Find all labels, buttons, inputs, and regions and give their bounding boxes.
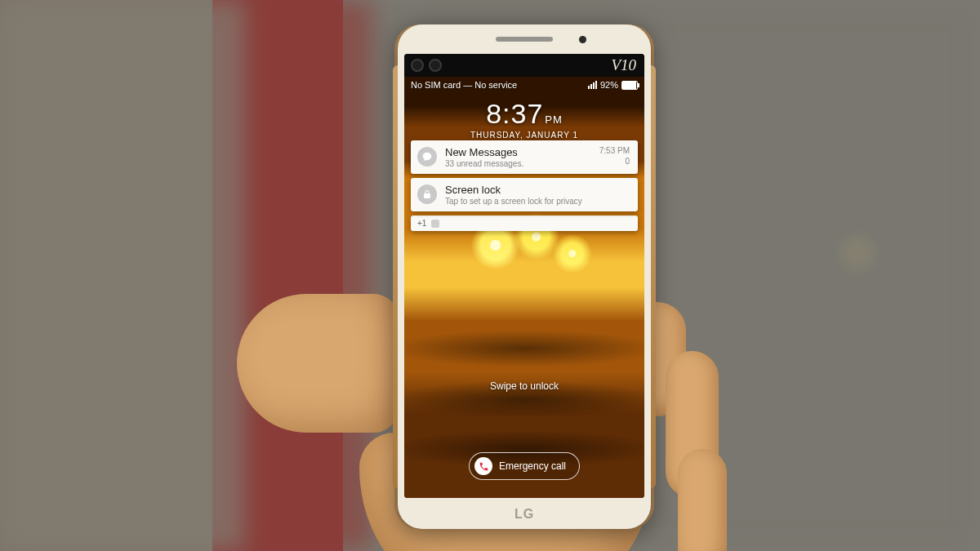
proximity-sensor <box>579 36 586 43</box>
notification-card[interactable]: New Messages 33 unread messages. 7:53 PM… <box>411 140 638 174</box>
carrier-text: No SIM card — No service <box>411 80 517 90</box>
emergency-call-label: Emergency call <box>499 460 566 472</box>
front-cameras <box>404 59 442 72</box>
overflow-app-icon <box>431 220 439 228</box>
photo-scene: V10 No SIM card — No service 92% <box>0 0 980 551</box>
second-screen[interactable]: V10 <box>404 54 644 77</box>
notification-title: Screen lock <box>445 184 630 196</box>
front-camera-icon <box>411 59 424 72</box>
status-bar[interactable]: No SIM card — No service 92% <box>404 77 644 93</box>
lock-icon <box>417 184 437 204</box>
lock-screen-wallpaper[interactable]: No SIM card — No service 92% 8:37PM THUR… <box>404 77 644 498</box>
phone-screen[interactable]: V10 No SIM card — No service 92% <box>404 54 644 498</box>
battery-percent: 92% <box>600 80 618 90</box>
front-camera-icon <box>429 59 442 72</box>
earpiece-speaker <box>496 37 553 42</box>
wallpaper-ripple <box>404 330 644 367</box>
clock-date: THURSDAY, JANUARY 1 <box>404 131 644 140</box>
notification-subtitle: Tap to set up a screen lock for privacy <box>445 197 630 206</box>
phone-body: V10 No SIM card — No service 92% <box>398 24 651 529</box>
overflow-count: +1 <box>417 219 426 228</box>
notification-overflow[interactable]: +1 <box>411 216 638 231</box>
signal-icon <box>588 81 597 89</box>
model-label: V10 <box>611 56 644 74</box>
swipe-hint: Swipe to unlock <box>404 380 644 392</box>
messages-icon <box>417 147 437 167</box>
phone-icon <box>474 457 492 475</box>
notification-card[interactable]: Screen lock Tap to set up a screen lock … <box>411 178 638 211</box>
clock-time: 8:37 <box>486 98 543 129</box>
notification-count: 0 <box>599 157 630 167</box>
battery-icon <box>621 81 638 90</box>
emergency-call-button[interactable]: Emergency call <box>469 452 580 480</box>
lock-clock: 8:37PM THURSDAY, JANUARY 1 <box>404 98 644 140</box>
clock-ampm: PM <box>545 113 563 126</box>
notification-time: 7:53 PM <box>599 146 630 157</box>
brand-logo: LG <box>398 507 651 522</box>
notification-stack: New Messages 33 unread messages. 7:53 PM… <box>411 140 638 231</box>
